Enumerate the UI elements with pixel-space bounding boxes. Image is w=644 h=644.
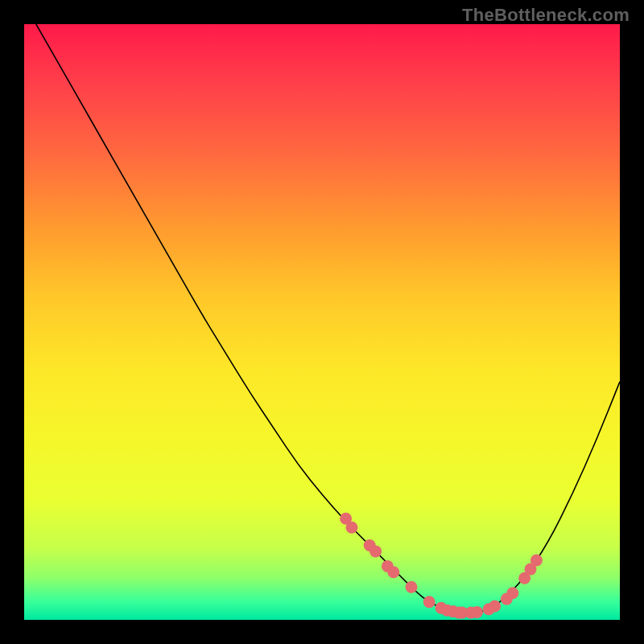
chart-plot-area <box>24 24 620 620</box>
scatter-point <box>489 601 501 613</box>
scatter-point <box>506 587 518 599</box>
scatter-points-group <box>340 513 543 619</box>
scatter-point <box>471 606 483 618</box>
bottleneck-curve-svg <box>24 24 620 620</box>
scatter-point <box>530 555 543 567</box>
bottleneck-curve-path <box>36 24 620 613</box>
watermark-text: TheBottleneck.com <box>462 5 630 26</box>
scatter-point <box>369 545 382 557</box>
scatter-point <box>406 581 418 593</box>
scatter-point <box>346 522 358 534</box>
scatter-point <box>387 566 399 578</box>
scatter-point <box>423 596 436 608</box>
